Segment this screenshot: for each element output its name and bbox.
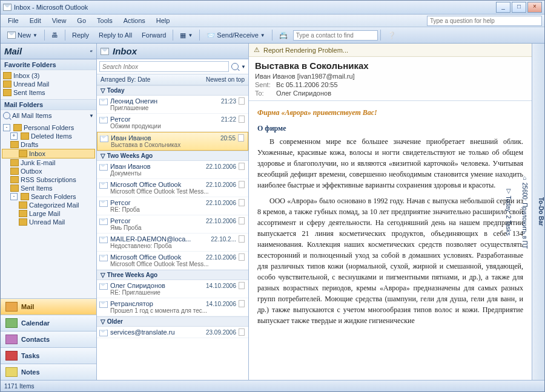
group-header[interactable]: ▽ Two Weeks Ago: [97, 151, 248, 161]
message-item[interactable]: services@translate.ru23.09.2006: [97, 327, 248, 338]
message-item[interactable]: Ретранслятор14.10.2006Прошел 1 год с мом…: [97, 298, 248, 316]
folder-icon: [3, 89, 12, 96]
message-item[interactable]: Pетсог22.10.2006RE: Проба: [97, 197, 248, 215]
send-receive-button[interactable]: 📨 Send/Receive▼: [202, 30, 269, 41]
flag-icon[interactable]: [239, 97, 245, 105]
message-list[interactable]: ▽ TodayЛеонид Онегин21:23ПриглашениеPетс…: [97, 85, 248, 380]
help-button[interactable]: ❔: [383, 30, 400, 41]
flag-icon[interactable]: [239, 163, 245, 170]
flag-icon[interactable]: [239, 282, 245, 289]
fav-folder[interactable]: Unread Mail: [2, 80, 95, 88]
folder-item[interactable]: +Deleted Items: [2, 132, 95, 140]
message-item[interactable]: Microsoft Office Outlook22.10.2006Micros…: [97, 179, 248, 197]
close-button[interactable]: ×: [527, 2, 542, 13]
folder-icon: [10, 141, 19, 148]
reply-all-button[interactable]: Reply to All: [94, 30, 136, 41]
sort-label[interactable]: Newest on top: [206, 76, 245, 83]
fav-folder[interactable]: Sent Items: [2, 88, 95, 97]
folder-item[interactable]: Inbox: [2, 149, 95, 158]
minimize-button[interactable]: _: [496, 2, 510, 13]
search-options-icon[interactable]: ▼: [241, 64, 246, 70]
flag-icon[interactable]: [239, 235, 245, 243]
print-button[interactable]: 🖶: [47, 30, 62, 41]
menu-go[interactable]: Go: [72, 16, 91, 25]
nav-button-tasks[interactable]: Tasks: [1, 347, 96, 364]
forward-button[interactable]: Forward: [137, 30, 170, 41]
flag-icon[interactable]: [239, 181, 245, 188]
status-bar: 1171 Items: [1, 380, 544, 391]
favorite-folders-header[interactable]: Favorite Folders: [1, 59, 96, 70]
mail-folders-header[interactable]: Mail Folders: [1, 99, 96, 110]
menu-file[interactable]: File: [3, 16, 24, 25]
tree-expander-icon[interactable]: -: [3, 124, 10, 131]
menu-edit[interactable]: Edit: [25, 16, 46, 25]
folder-item[interactable]: Large Mail: [2, 209, 95, 218]
message-item[interactable]: Microsoft Office Outlook22.10.2006Micros…: [97, 252, 248, 270]
folder-item[interactable]: Unread Mail: [2, 218, 95, 226]
window-title: Inbox - Microsoft Outlook: [14, 4, 88, 11]
folder-item[interactable]: RSS Subscriptions: [2, 175, 95, 184]
todo-today[interactable]: ▽ Today: 2 Tasks: [505, 188, 512, 236]
flag-icon[interactable]: [239, 116, 245, 123]
group-header[interactable]: ▽ Older: [97, 316, 248, 327]
folder-icon: [10, 176, 19, 183]
message-item[interactable]: MAILER-DAEMON@loca...22.10.2...Недоставл…: [97, 234, 248, 252]
folder-item[interactable]: Drafts: [2, 140, 95, 149]
todo-bar-title: To-Do Bar: [538, 197, 544, 226]
folder-item[interactable]: -Search Folders: [2, 192, 95, 201]
flag-icon[interactable]: [239, 199, 245, 206]
flag-icon[interactable]: [239, 328, 245, 336]
todo-bar[interactable]: To-Do Bar ⌂ 25600: Приложить в ПТ ▽ Toda…: [532, 44, 544, 380]
nav-button-mail[interactable]: Mail: [1, 298, 96, 315]
message-item[interactable]: Иван Иванов20:55Выставка в Сокольниках: [97, 132, 248, 151]
message-item[interactable]: Олег Спиридонов14.10.2006RE: Приглашение: [97, 280, 248, 298]
folder-icon: [10, 159, 19, 166]
body-paragraph: В современном мире все большее значение …: [257, 136, 523, 191]
fav-folder[interactable]: Inbox (3): [2, 71, 95, 80]
folder-item[interactable]: Junk E-mail: [2, 158, 95, 167]
tasks-icon: [5, 351, 18, 361]
menu-help[interactable]: Help: [151, 16, 175, 25]
message-item[interactable]: Pетсог22.10.2006Ямь Проба: [97, 215, 248, 234]
infobar[interactable]: ⚠ Report Rendering Problem...: [249, 44, 532, 57]
reply-button[interactable]: Reply: [68, 30, 93, 41]
help-search-input[interactable]: [427, 16, 542, 26]
all-mail-items[interactable]: All Mail Items ▼: [2, 111, 95, 120]
tree-expander-icon[interactable]: +: [10, 132, 18, 140]
folder-item[interactable]: -Personal Folders: [2, 123, 95, 132]
categorize-button[interactable]: ▦▼: [176, 30, 197, 41]
menu-actions[interactable]: Actions: [119, 16, 150, 25]
maximize-button[interactable]: □: [512, 2, 526, 13]
flag-icon[interactable]: [239, 253, 245, 261]
folder-item[interactable]: Outbox: [2, 167, 95, 175]
flag-icon[interactable]: [238, 134, 244, 142]
group-header[interactable]: ▽ Today: [97, 85, 248, 96]
flag-icon[interactable]: [239, 217, 245, 224]
message-item[interactable]: Pетсог21:22Обжим продукции: [97, 114, 248, 132]
nav-button-calendar[interactable]: Calendar: [1, 315, 96, 331]
folder-item[interactable]: Categorized Mail: [2, 201, 95, 209]
tree-expander-icon[interactable]: -: [10, 193, 18, 200]
nav-button-notes[interactable]: Notes: [1, 364, 96, 380]
menu-view[interactable]: View: [47, 16, 71, 25]
collapse-nav-icon[interactable]: «: [90, 48, 93, 54]
message-item[interactable]: Леонид Онегин21:23Приглашение: [97, 96, 248, 114]
message-body[interactable]: Фирма «Аврора» приветствует Вас! О фирме…: [249, 101, 532, 380]
folder-icon: [13, 124, 22, 131]
message-item[interactable]: Иван Иванов22.10.2006Документы: [97, 161, 248, 179]
search-icon[interactable]: [231, 63, 239, 70]
find-contact-input[interactable]: [293, 30, 378, 41]
new-button[interactable]: New▼: [3, 30, 42, 41]
nav-button-contacts[interactable]: Contacts: [1, 331, 96, 347]
to-line: To: Олег Спиридонов: [249, 89, 532, 100]
arrange-label[interactable]: Arranged By: Date: [101, 76, 150, 83]
menu-tools[interactable]: Tools: [92, 16, 117, 25]
group-header[interactable]: ▽ Three Weeks Ago: [97, 270, 248, 280]
folder-item[interactable]: Sent Items: [2, 184, 95, 192]
arrange-bar[interactable]: Arranged By: Date Newest on top: [97, 74, 248, 85]
search-inbox-input[interactable]: [99, 61, 229, 72]
todo-appt[interactable]: ⌂ 25600: Приложить в ПТ: [521, 174, 528, 249]
flag-icon[interactable]: [239, 300, 245, 307]
addressbook-button[interactable]: 📇: [275, 30, 292, 41]
message-subject: Выставка в Сокольниках: [249, 57, 532, 72]
